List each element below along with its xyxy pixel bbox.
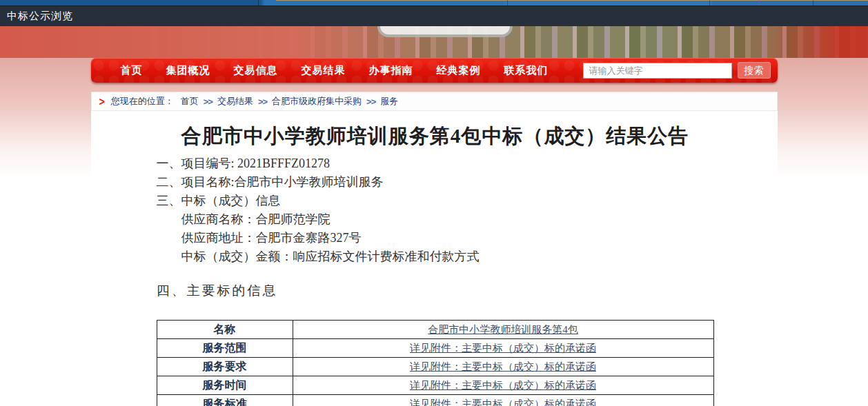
table-row: 名称 合肥市中小学教师培训服务第4包 [157,321,713,339]
breadcrumb-separator: >> [366,97,375,107]
row-value-name-link[interactable]: 合肥市中小学教师培训服务第4包 [428,324,578,335]
breadcrumb-prefix: 您现在的位置： [111,95,174,108]
row-value-service-standard-link[interactable]: 详见附件：主要中标（成交）标的承诺函 [410,398,596,406]
breadcrumb-link-home[interactable]: 首页 [181,95,199,108]
search-area: 搜索 [583,62,771,79]
content-area: 合肥市中小学教师培训服务第4包中标（成交）结果公告 一、项目编号: 2021BF… [91,111,778,406]
breadcrumb-link-trade-results[interactable]: 交易结果 [217,95,253,108]
table-row: 服务要求 详见附件：主要中标（成交）标的承诺函 [157,358,713,376]
window-title: 中标公示浏览 [7,10,73,23]
nav-item-contact-us[interactable]: 联系我们 [493,64,560,77]
breadcrumb-link-service[interactable]: 服务 [380,95,398,108]
row-label-service-time: 服务时间 [157,376,293,395]
header-banner-image [0,26,868,58]
nav-item-classic-cases[interactable]: 经典案例 [425,64,493,77]
banner-search-pill [377,26,513,37]
main-navigation: 首页 集团概况 交易信息 交易结果 办事指南 经典案例 联系我们 搜索 [91,58,778,83]
breadcrumb: > 您现在的位置： 首页 >> 交易结果 >> 合肥市级政府集中采购 >> 服务 [91,92,778,111]
browser-tab-strip [0,0,868,6]
supplier-address-line: 供应商地址：合肥市金寨路327号 [157,229,714,247]
table-row: 服务时间 详见附件：主要中标（成交）标的承诺函 [157,376,713,395]
main-subject-heading: 四、主要标的信息 [157,282,714,300]
supplier-name-line: 供应商名称：合肥师范学院 [157,210,714,229]
row-value-service-scope-link[interactable]: 详见附件：主要中标（成交）标的承诺函 [410,343,596,354]
bid-info-table: 名称 合肥市中小学教师培训服务第4包 服务范围 详见附件：主要中标（成交）标的承… [157,320,714,406]
award-info-heading: 三、中标（成交）信息 [157,192,714,210]
project-number-line: 一、项目编号: 2021BFFFZ01278 [157,154,714,173]
table-row: 服务范围 详见附件：主要中标（成交）标的承诺函 [157,339,713,358]
table-row: 服务标准 详见附件：主要中标（成交）标的承诺函 [157,395,713,406]
row-value-service-requirements-link[interactable]: 详见附件：主要中标（成交）标的承诺函 [410,361,596,372]
row-value-service-time-link[interactable]: 详见附件：主要中标（成交）标的承诺函 [410,380,596,391]
row-label-service-requirements: 服务要求 [157,358,293,376]
breadcrumb-arrow-icon: > [99,94,105,108]
row-label-service-scope: 服务范围 [157,339,293,358]
nav-item-trade-results[interactable]: 交易结果 [290,64,357,77]
page-title: 合肥市中小学教师培训服务第4包中标（成交）结果公告 [157,123,714,150]
announcement-article: 合肥市中小学教师培训服务第4包中标（成交）结果公告 一、项目编号: 2021BF… [157,123,714,406]
breadcrumb-link-procurement[interactable]: 合肥市级政府集中采购 [272,95,362,108]
award-amount-line: 中标（成交）金额：响应招标文件计费标准和付款方式 [157,247,714,266]
nav-item-home[interactable]: 首页 [109,64,155,77]
nav-item-trade-info[interactable]: 交易信息 [222,64,290,77]
search-input[interactable] [583,63,732,79]
search-button[interactable]: 搜索 [738,62,771,79]
row-label-service-standard: 服务标准 [157,395,293,406]
project-name-line: 二、项目名称:合肥市中小学教师培训服务 [157,173,714,192]
nav-item-service-guide[interactable]: 办事指南 [357,64,425,77]
breadcrumb-separator: >> [258,97,267,107]
page-column: 首页 集团概况 交易信息 交易结果 办事指南 经典案例 联系我们 搜索 > 您现… [91,58,778,406]
row-label-name: 名称 [157,321,293,339]
window-title-bar: 中标公示浏览 [0,6,868,26]
breadcrumb-separator: >> [204,97,213,107]
nav-item-group-overview[interactable]: 集团概况 [155,64,222,77]
